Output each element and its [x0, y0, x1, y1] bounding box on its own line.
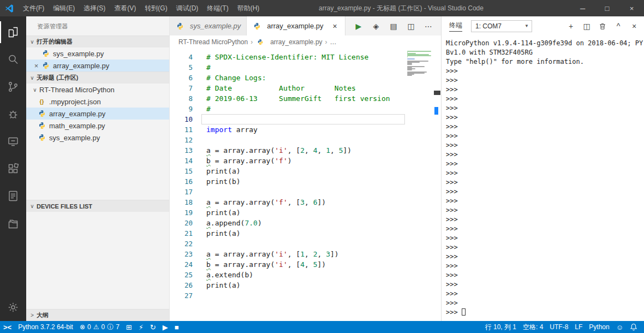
debug-icon[interactable] — [0, 100, 26, 128]
line-number[interactable]: 23 — [170, 249, 193, 259]
tree-item-mpyproject-json[interactable]: {}.mpyproject.json — [26, 96, 169, 108]
sync-device-icon[interactable]: ◈ — [370, 20, 382, 32]
line-number[interactable]: 4 — [170, 52, 193, 62]
code-line-27[interactable]: 27 — [170, 290, 441, 301]
stop-device[interactable]: ■ — [171, 321, 182, 333]
code-line-19[interactable]: 19print(a) — [170, 207, 441, 218]
line-number[interactable]: 26 — [170, 280, 193, 290]
code-line-17[interactable]: 17 — [170, 187, 441, 197]
outline-header[interactable]: > 大纲 — [26, 309, 169, 321]
bell-icon[interactable] — [627, 321, 641, 333]
code-line-13[interactable]: 13a = array.array('i', [2, 4, 1, 5]) — [170, 145, 441, 156]
code-line-26[interactable]: 26print(a) — [170, 280, 441, 290]
library-icon[interactable] — [0, 210, 26, 237]
device-files-header[interactable]: ∨ DEVICE FILES LIST — [26, 200, 169, 212]
settings-gear-icon[interactable] — [0, 294, 26, 321]
code-line-14[interactable]: 14b = array.array('f') — [170, 156, 441, 166]
menu-item-g[interactable]: 转到(G) — [140, 0, 171, 16]
code-editor[interactable]: 4# SPDX-License-Identifier: MIT License5… — [170, 48, 441, 321]
code-line-25[interactable]: 25a.extend(b) — [170, 270, 441, 280]
line-number[interactable]: 25 — [170, 270, 193, 280]
tab-array-example-py[interactable]: array_example.py× — [247, 16, 345, 35]
close-icon[interactable]: × — [331, 22, 339, 31]
code-line-18[interactable]: 18a = array.array('f', [3, 6]) — [170, 197, 441, 207]
menu-item-v[interactable]: 查看(V) — [110, 0, 140, 16]
terminal-output[interactable]: MicroPython v1.9.4-114-g309fe39d on 2018… — [442, 35, 644, 321]
eol[interactable]: LF — [571, 321, 586, 333]
folder-rt-thread-micropython[interactable]: ∨RT-Thread MicroPython — [26, 84, 169, 96]
close-panel-icon[interactable]: × — [630, 22, 639, 31]
close-button[interactable]: × — [619, 0, 644, 16]
tree-item-math-example-py[interactable]: math_example.py — [26, 120, 169, 132]
code-line-6[interactable]: 6# Change Logs: — [170, 73, 441, 83]
line-number[interactable]: 20 — [170, 218, 193, 228]
tree-item-array-example-py[interactable]: array_example.py — [26, 108, 169, 120]
close-icon[interactable]: × — [32, 62, 41, 70]
menu-item-e[interactable]: 编辑(E) — [49, 0, 79, 16]
code-line-20[interactable]: 20a.append(7.0) — [170, 218, 441, 228]
open-editors-header[interactable]: ∨ 打开的编辑器 — [26, 35, 169, 47]
indentation[interactable]: 空格: 4 — [520, 321, 546, 333]
line-number[interactable]: 17 — [170, 187, 193, 197]
extensions-icon[interactable] — [0, 155, 26, 182]
code-line-15[interactable]: 15print(a) — [170, 166, 441, 176]
run-device[interactable]: ▶ — [159, 321, 171, 333]
code-line-11[interactable]: 11import array — [170, 124, 441, 135]
code-line-24[interactable]: 24b = array.array('i', [4, 5]) — [170, 259, 441, 270]
tree-item-sys-example-py[interactable]: sys_example.py — [26, 132, 169, 144]
line-number[interactable]: 8 — [170, 93, 193, 104]
terminal-selector[interactable]: 1: COM7 ▼ — [471, 20, 532, 32]
cursor-position[interactable]: 行 10, 列 1 — [482, 321, 520, 333]
line-number[interactable]: 21 — [170, 228, 193, 239]
line-number[interactable]: 12 — [170, 135, 193, 145]
code-line-21[interactable]: 21print(a) — [170, 228, 441, 239]
open-editor-array-example-py[interactable]: ×array_example.py — [26, 60, 169, 72]
line-number[interactable]: 19 — [170, 207, 193, 218]
minimap[interactable] — [406, 51, 432, 77]
line-number[interactable]: 7 — [170, 83, 193, 93]
new-terminal-icon[interactable]: + — [567, 22, 575, 31]
maximize-button[interactable]: □ — [595, 0, 619, 16]
code-line-10[interactable]: 10 — [170, 114, 441, 124]
breadcrumb-item[interactable]: array_example.py — [270, 38, 322, 46]
code-line-23[interactable]: 23a = array.array('i', [1, 2, 3]) — [170, 249, 441, 259]
breadcrumb-item[interactable]: … — [330, 38, 337, 46]
line-number[interactable]: 14 — [170, 156, 193, 166]
code-line-12[interactable]: 12 — [170, 135, 441, 145]
tab-sys-example-py[interactable]: sys_example.py — [170, 16, 247, 35]
kill-terminal-icon[interactable] — [598, 22, 607, 31]
code-line-8[interactable]: 8# 2019-06-13 SummerGift first version — [170, 93, 441, 104]
panel-tab-terminal[interactable]: 终端 — [449, 21, 462, 32]
encoding[interactable]: UTF-8 — [546, 321, 571, 333]
problems[interactable]: ⊗0⚠0ⓘ7 — [76, 321, 123, 333]
more-actions-icon[interactable]: ⋯ — [422, 20, 434, 32]
open-changes-icon[interactable]: ▤ — [387, 20, 399, 32]
explorer-icon[interactable] — [0, 19, 26, 46]
run-file-icon[interactable]: ▶ — [353, 20, 365, 32]
line-number[interactable]: 24 — [170, 259, 193, 270]
device-board[interactable]: ⊞ — [123, 321, 135, 333]
split-editor-icon[interactable]: ◫ — [405, 20, 417, 32]
split-terminal-icon[interactable]: ◫ — [582, 22, 591, 31]
maximize-panel-icon[interactable]: ^ — [614, 22, 623, 31]
menu-item-f[interactable]: 文件(F) — [19, 0, 49, 16]
menu-item-d[interactable]: 调试(D) — [172, 0, 203, 16]
line-number[interactable]: 27 — [170, 290, 193, 301]
menu-item-t[interactable]: 终端(T) — [202, 0, 232, 16]
line-number[interactable]: 11 — [170, 124, 193, 135]
line-number[interactable]: 22 — [170, 239, 193, 249]
remote-device-icon[interactable] — [0, 128, 26, 155]
remote-indicator[interactable]: >< — [0, 321, 15, 333]
line-number[interactable]: 16 — [170, 176, 193, 187]
line-number[interactable]: 18 — [170, 197, 193, 207]
line-number[interactable]: 5 — [170, 62, 193, 73]
line-number[interactable]: 6 — [170, 73, 193, 83]
line-number[interactable]: 10 — [170, 114, 193, 124]
open-editor-sys-example-py[interactable]: sys_example.py — [26, 47, 169, 60]
workspace-header[interactable]: ∨ 无标题 (工作区) — [26, 72, 169, 84]
line-number[interactable]: 15 — [170, 166, 193, 176]
search-icon[interactable] — [0, 46, 26, 73]
code-line-7[interactable]: 7# Date Author Notes — [170, 83, 441, 93]
breadcrumb-item[interactable]: RT-Thread MicroPython — [178, 38, 248, 46]
line-number[interactable]: 13 — [170, 145, 193, 156]
